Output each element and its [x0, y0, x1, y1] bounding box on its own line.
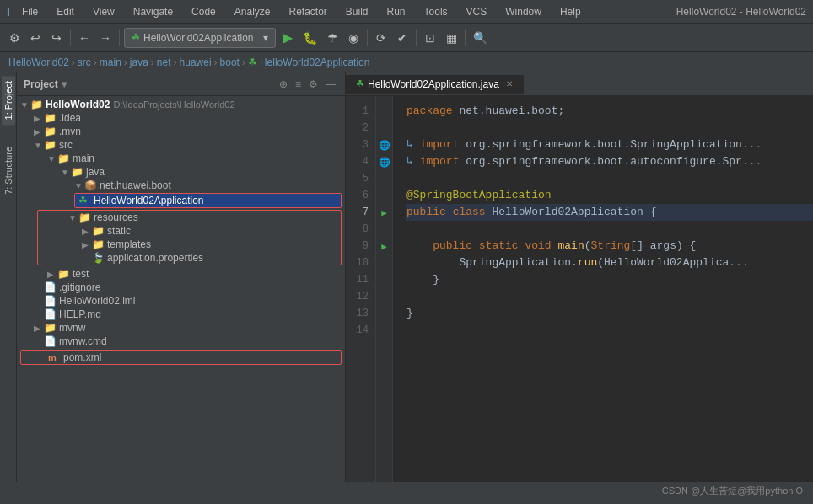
menu-analyze[interactable]: Analyze	[228, 4, 277, 19]
terminal-btn[interactable]: ⊡	[421, 28, 439, 48]
breadcrumb-boot[interactable]: boot	[220, 56, 240, 68]
mvnw-arrow: ▶	[34, 324, 44, 333]
tree-label-java: java	[86, 166, 105, 178]
tree-item-root[interactable]: ▼ 📁 HelloWorld02 D:\IdeaProjects\HelloWo…	[17, 98, 345, 111]
editor-area: ☘ HelloWorld02Application.java ✕ 1 2 3 4…	[346, 72, 813, 482]
menu-run[interactable]: Run	[380, 4, 412, 19]
code-line-13: }	[406, 305, 813, 322]
tree-label-package: net.huawei.boot	[100, 180, 171, 191]
tree-item-src[interactable]: ▼ 📁 src	[17, 138, 345, 152]
panel-dropdown-icon[interactable]: ▾	[62, 78, 67, 90]
build-toolbar-icon[interactable]: ⚙	[5, 28, 24, 48]
breadcrumb-java[interactable]: java	[130, 56, 148, 68]
ln-11: 11	[346, 271, 375, 288]
tree-item-mvn[interactable]: ▶ 📁 .mvn	[17, 125, 345, 138]
menu-help[interactable]: Help	[553, 4, 588, 19]
run-config-selector[interactable]: ☘ HelloWorld02Application ▾	[124, 28, 276, 48]
tree-item-main[interactable]: ▼ 📁 main	[17, 152, 345, 165]
menu-view[interactable]: View	[86, 4, 121, 19]
package-icon: 📦	[84, 180, 98, 191]
breadcrumb-net[interactable]: net	[157, 56, 171, 68]
tree-label-test: test	[73, 268, 89, 280]
static-folder-icon: 📁	[92, 225, 105, 237]
tree-label-help: HELP.md	[59, 308, 101, 320]
ln-12: 12	[346, 288, 375, 305]
gi-6	[376, 187, 392, 204]
tree-item-gitignore[interactable]: 📄 .gitignore	[17, 281, 345, 294]
breadcrumb-root[interactable]: HelloWorld02	[8, 56, 69, 68]
java-folder-icon: 📁	[71, 166, 84, 178]
breadcrumb-src[interactable]: src	[78, 56, 91, 68]
tree-item-app-class[interactable]: ☘ HelloWorld02Application	[75, 194, 341, 207]
ln-10: 10	[346, 255, 375, 271]
sidebar-tab-project[interactable]: 1: Project	[2, 76, 15, 125]
tree-item-templates[interactable]: ▶ 📁 templates	[38, 238, 341, 251]
tree-label-idea: .idea	[59, 112, 81, 124]
tree-item-static[interactable]: ▶ 📁 static	[38, 224, 341, 238]
tree-label-static: static	[107, 225, 131, 237]
mvn-arrow: ▶	[34, 127, 44, 137]
tree-item-package[interactable]: ▼ 📦 net.huawei.boot	[17, 179, 345, 192]
tree-label-iml: HelloWorld02.iml	[59, 295, 135, 307]
sidebar-tab-structure[interactable]: 7: Structure	[2, 142, 15, 200]
tree-item-mvnw[interactable]: ▶ 📁 mvnw	[17, 321, 345, 335]
tree-item-mvnwcmd[interactable]: 📄 mvnw.cmd	[17, 335, 345, 348]
tree-item-test[interactable]: ▶ 📁 test	[17, 267, 345, 281]
code-line-12	[406, 288, 813, 305]
sep4	[416, 29, 417, 46]
panel-settings-btn[interactable]: ⚙	[306, 78, 320, 91]
breadcrumb-app[interactable]: ☘HelloWorld02Application	[248, 56, 370, 68]
tab-close-btn[interactable]: ✕	[506, 79, 513, 88]
breadcrumb-main[interactable]: main	[100, 56, 121, 68]
panel-collapse-btn[interactable]: ≡	[293, 78, 304, 91]
code-content[interactable]: package net.huawei.boot; ↳ import org.sp…	[393, 96, 813, 482]
templates-folder-icon: 📁	[92, 239, 105, 250]
redo-btn[interactable]: ↪	[47, 28, 66, 48]
tree-item-iml[interactable]: 📄 HelloWorld02.iml	[17, 294, 345, 308]
editor-tab-main[interactable]: ☘ HelloWorld02Application.java ✕	[346, 75, 524, 94]
code-line-8	[406, 221, 813, 238]
src-folder-icon: 📁	[44, 139, 57, 151]
run-button[interactable]: ▶	[278, 28, 297, 48]
tree-item-idea[interactable]: ▶ 📁 .idea	[17, 111, 345, 125]
menu-tools[interactable]: Tools	[417, 4, 455, 19]
tree-item-java[interactable]: ▼ 📁 java	[17, 165, 345, 179]
tree-item-app-props[interactable]: 🍃 application.properties	[38, 251, 341, 265]
debug-button[interactable]: 🐛	[299, 28, 320, 48]
ln-8: 8	[346, 221, 375, 238]
tree-item-pom[interactable]: m pom.xml	[21, 351, 341, 364]
coverage-btn[interactable]: ☂	[323, 28, 342, 48]
file-structure-btn[interactable]: ▦	[442, 28, 460, 48]
run-config-icon: ☘	[132, 32, 140, 43]
vcs-update-btn[interactable]: ⟳	[372, 28, 390, 48]
menu-edit[interactable]: Edit	[50, 4, 81, 19]
project-label: Project	[24, 78, 58, 90]
panel-title: Project ▾	[24, 78, 67, 90]
tree-item-resources[interactable]: ▼ 📁 resources	[38, 211, 341, 224]
menu-refactor[interactable]: Refactor	[282, 4, 333, 19]
tree-label-mvnwcmd: mvnw.cmd	[59, 335, 107, 347]
breadcrumb-huawei[interactable]: huawei	[180, 56, 212, 68]
panel-locate-btn[interactable]: ⊕	[277, 78, 290, 91]
spring-class-icon: ☘	[78, 195, 92, 206]
profile-btn[interactable]: ◉	[344, 28, 363, 48]
menu-navigate[interactable]: Navigate	[127, 4, 180, 19]
sep-bc7: ›	[242, 56, 245, 68]
line-numbers: 1 2 3 4 5 6 7 8 9 10 11 12 13 14	[346, 96, 376, 482]
search-btn[interactable]: 🔍	[470, 28, 491, 48]
undo-btn[interactable]: ↩	[26, 28, 45, 48]
code-editor[interactable]: 1 2 3 4 5 6 7 8 9 10 11 12 13 14 🌐 🌐	[346, 96, 813, 482]
menu-file[interactable]: File	[15, 4, 45, 19]
back-btn[interactable]: ←	[75, 28, 94, 48]
panel-actions: ⊕ ≡ ⚙ —	[277, 78, 338, 91]
tree-item-help[interactable]: 📄 HELP.md	[17, 308, 345, 321]
menu-vcs[interactable]: VCS	[460, 4, 494, 19]
forward-btn[interactable]: →	[96, 28, 115, 48]
title-bar: I File Edit View Navigate Code Analyze R…	[0, 0, 813, 24]
menu-code[interactable]: Code	[185, 4, 223, 19]
templates-arrow: ▶	[82, 240, 92, 249]
menu-window[interactable]: Window	[498, 4, 548, 19]
menu-build[interactable]: Build	[339, 4, 375, 19]
panel-hide-btn[interactable]: —	[323, 78, 338, 91]
vcs-commit-btn[interactable]: ✔	[393, 28, 412, 48]
